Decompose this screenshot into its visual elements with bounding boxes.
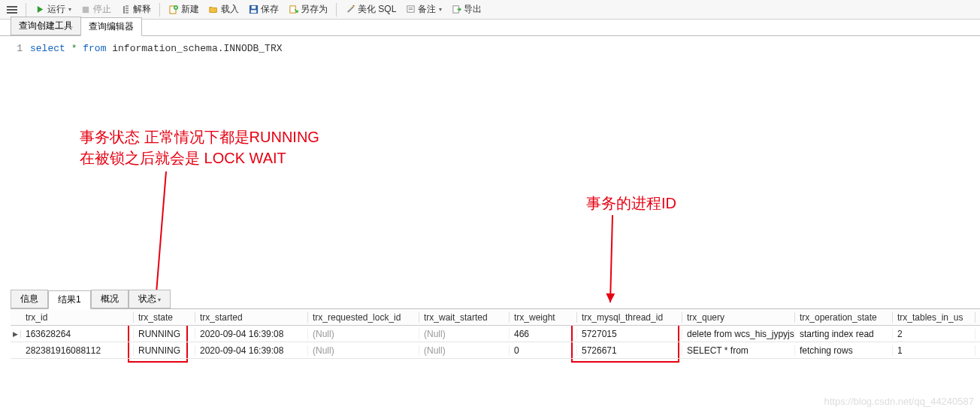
- stop-button[interactable]: 停止: [77, 2, 115, 17]
- col-trx-started[interactable]: trx_started: [195, 312, 308, 323]
- explain-label: 解释: [133, 3, 151, 16]
- result-tabs: 信息 结果1 概况 状态▾: [11, 292, 980, 308]
- svg-line-10: [156, 172, 166, 302]
- svg-rect-1: [123, 6, 125, 14]
- svg-line-11: [610, 215, 612, 302]
- main-toolbar: 运行 ▾ 停止 解释 新建 载入 保存 另存为 美化 SQL 备注 ▾ 导出: [0, 0, 980, 20]
- export-label: 导出: [464, 3, 482, 16]
- chevron-down-icon: ▾: [439, 6, 442, 13]
- tab-info[interactable]: 信息: [11, 290, 48, 308]
- svg-rect-0: [83, 6, 89, 12]
- note-icon: [405, 5, 416, 15]
- tab-profile[interactable]: 概况: [91, 290, 129, 308]
- load-button[interactable]: 载入: [204, 2, 243, 17]
- chevron-down-icon: ▾: [68, 6, 71, 13]
- grid-header-row: trx_id trx_state trx_started trx_request…: [11, 309, 980, 326]
- saveas-button[interactable]: 另存为: [284, 2, 331, 17]
- save-label: 保存: [261, 3, 279, 16]
- tab-result1[interactable]: 结果1: [48, 290, 91, 309]
- save-button[interactable]: 保存: [244, 2, 283, 17]
- col-trx-id[interactable]: trx_id: [21, 312, 134, 323]
- svg-rect-7: [289, 6, 295, 13]
- col-trx-wait-started[interactable]: trx_wait_started: [419, 312, 510, 323]
- beautify-label: 美化 SQL: [358, 3, 396, 16]
- new-icon: [168, 5, 179, 15]
- tab-status[interactable]: 状态▾: [129, 290, 171, 308]
- comment-label: 备注: [418, 3, 436, 16]
- row-marker-icon: ▶: [11, 330, 21, 338]
- col-trx-tables-in-use[interactable]: trx_tables_in_us: [893, 312, 975, 323]
- run-label: 运行: [47, 3, 65, 16]
- comment-button[interactable]: 备注 ▾: [401, 2, 446, 17]
- sql-code-line: select * from information_schema.INNODB_…: [30, 42, 283, 56]
- explain-button[interactable]: 解释: [116, 2, 155, 17]
- col-trx-query[interactable]: trx_query: [682, 312, 795, 323]
- svg-rect-6: [251, 6, 256, 9]
- new-button[interactable]: 新建: [165, 2, 203, 17]
- menu-button[interactable]: [3, 3, 21, 17]
- editor-tabs: 查询创建工具 查询编辑器: [0, 20, 980, 36]
- wand-icon: [345, 5, 355, 15]
- col-trx-state[interactable]: trx_state: [134, 312, 195, 323]
- tab-query-builder[interactable]: 查询创建工具: [11, 17, 81, 35]
- annotation-thread: 事务的进程ID: [586, 193, 676, 214]
- tab-query-editor[interactable]: 查询编辑器: [80, 17, 142, 36]
- new-label: 新建: [181, 3, 199, 16]
- run-button[interactable]: 运行 ▾: [31, 2, 75, 17]
- col-trx-mysql-thread-id[interactable]: trx_mysql_thread_id: [577, 312, 682, 323]
- chevron-down-icon: ▾: [158, 296, 161, 303]
- table-row[interactable]: ▶ 163628264 RUNNING 2020-09-04 16:39:08 …: [11, 326, 980, 342]
- col-trx-requested-lock-id[interactable]: trx_requested_lock_id: [308, 312, 419, 323]
- stop-icon: [80, 5, 91, 15]
- svg-rect-5: [250, 10, 256, 13]
- play-icon: [35, 5, 45, 15]
- folder-open-icon: [208, 5, 219, 15]
- sql-editor[interactable]: 1 select * from information_schema.INNOD…: [0, 36, 980, 56]
- export-button[interactable]: 导出: [447, 2, 485, 17]
- watermark: https://blog.csdn.net/qq_44240587: [824, 396, 975, 407]
- stop-label: 停止: [93, 3, 111, 16]
- saveas-label: 另存为: [301, 3, 328, 16]
- load-label: 载入: [221, 3, 239, 16]
- explain-icon: [120, 5, 131, 15]
- saveas-icon: [288, 5, 298, 15]
- table-row[interactable]: 282381916088112 RUNNING 2020-09-04 16:39…: [11, 342, 980, 359]
- col-trx-operation-state[interactable]: trx_operation_state: [795, 312, 893, 323]
- save-icon: [248, 5, 259, 15]
- col-trx-weight[interactable]: trx_weight: [510, 312, 577, 323]
- beautify-button[interactable]: 美化 SQL: [341, 2, 400, 17]
- export-icon: [451, 5, 461, 15]
- line-number: 1: [0, 42, 30, 56]
- result-grid[interactable]: trx_id trx_state trx_started trx_request…: [11, 308, 980, 359]
- hamburger-icon: [7, 5, 17, 15]
- annotation-state: 事务状态 正常情况下都是RUNNING 在被锁之后就会是 LOCK WAIT: [80, 126, 319, 169]
